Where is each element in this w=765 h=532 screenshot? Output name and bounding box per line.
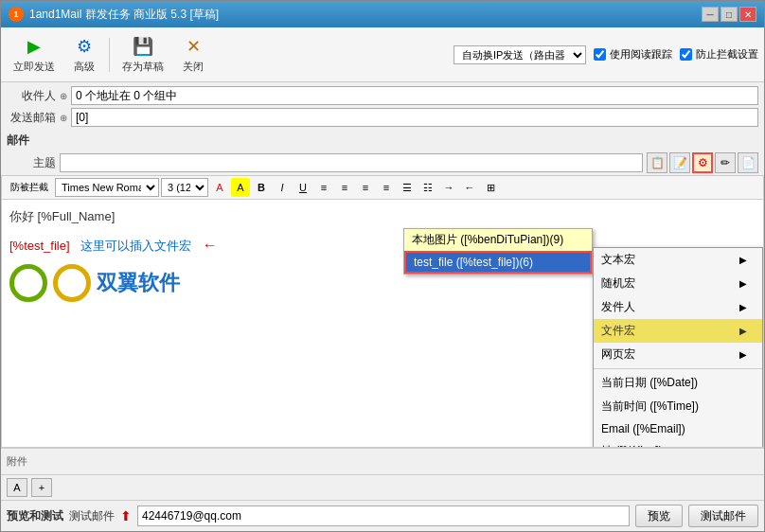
- add-button[interactable]: A: [7, 478, 27, 497]
- align-left-button[interactable]: ≡: [314, 178, 333, 197]
- table-button[interactable]: ⊞: [481, 178, 500, 197]
- title-bar-left: 1 1and1Mail 群发任务 商业版 5.3 [草稿]: [9, 7, 219, 23]
- editor-hello: 你好 [%Full_Name]: [9, 207, 756, 227]
- ctx-item-random-macro[interactable]: 随机宏 ▶: [594, 272, 762, 295]
- subject-icon-btn-2[interactable]: 📝: [669, 152, 690, 173]
- subject-row: 主题 📋 📝 ⚙ ✏ 📄: [7, 152, 758, 173]
- tooltip-item-2-highlighted[interactable]: test_file ([%test_file])(6): [404, 251, 592, 274]
- align-center-button[interactable]: ≡: [335, 178, 354, 197]
- format-toolbar: 防被拦截 Times New Roman 3 (12 A A B I U ≡ ≡…: [1, 175, 764, 199]
- close-button[interactable]: ✕: [739, 7, 756, 22]
- brand-circle-green: [9, 264, 47, 302]
- subject-label: 主题: [7, 155, 56, 171]
- anti-intercept-checkbox[interactable]: [680, 48, 692, 61]
- hello-text: 你好 [%Full_Name]: [9, 209, 115, 223]
- ctx-label-time: 当前时间 ([%Time]): [601, 399, 699, 415]
- align-right-button[interactable]: ≡: [356, 178, 375, 197]
- minimize-button[interactable]: ─: [702, 7, 719, 22]
- form-area: 收件人 ⊕ 发送邮箱 ⊕: [1, 82, 764, 131]
- outdent-button[interactable]: ←: [460, 178, 479, 197]
- font-size-select[interactable]: 3 (12: [161, 178, 208, 197]
- close-draft-button[interactable]: ✕ 关闭: [174, 31, 212, 78]
- email-sort-icon[interactable]: ⬆: [120, 508, 132, 523]
- subject-area: 主题 📋 📝 ⚙ ✏ 📄: [1, 151, 764, 175]
- ctx-item-sender[interactable]: 发件人 ▶: [594, 295, 762, 319]
- sender-row: 发送邮箱 ⊕: [7, 108, 758, 127]
- preview-row: 测试邮件 ⬆ 预览 测试邮件: [69, 505, 758, 527]
- sender-input[interactable]: [71, 108, 758, 127]
- ctx-arrow-random-macro: ▶: [739, 278, 747, 289]
- tooltip-item-1[interactable]: 本地图片 ([%benDiTuPian])(9): [404, 229, 592, 251]
- bold-button[interactable]: B: [252, 178, 271, 197]
- preview-button[interactable]: 预览: [635, 505, 683, 527]
- anti-intercept-checkbox-row: 防止拦截设置: [680, 47, 758, 62]
- ctx-item-file-macro[interactable]: 文件宏 ▶: [594, 319, 762, 343]
- anti-spam-label: 防被拦截: [10, 181, 48, 194]
- subject-icon-btn-4[interactable]: ✏: [715, 152, 736, 173]
- insert-hint: 这里可以插入文件宏: [80, 239, 191, 253]
- ctx-arrow-file-macro: ▶: [739, 326, 747, 336]
- anti-intercept-label: 防止拦截设置: [696, 47, 758, 62]
- test-mail-button[interactable]: 测试邮件: [688, 505, 758, 527]
- recipient-icon: ⊕: [60, 91, 67, 101]
- ctx-arrow-text-macro: ▶: [739, 255, 747, 265]
- read-tracking-checkbox[interactable]: [594, 48, 606, 61]
- test-email-input[interactable]: [137, 505, 630, 526]
- title-bar: 1 1and1Mail 群发任务 商业版 5.3 [草稿] ─ □ ✕: [1, 1, 764, 27]
- ctx-arrow-sender: ▶: [739, 302, 747, 312]
- advanced-icon: ⚙: [73, 35, 96, 58]
- attachment-area: 附件: [1, 448, 764, 474]
- ctx-label-date: 当前日期 ([%Date]): [601, 375, 698, 391]
- underline-button[interactable]: U: [294, 178, 312, 197]
- ctx-item-date[interactable]: 当前日期 ([%Date]): [594, 371, 762, 395]
- advanced-button[interactable]: ⚙ 高级: [65, 31, 103, 78]
- subject-icon-btn-5[interactable]: 📄: [738, 152, 758, 173]
- italic-button[interactable]: I: [273, 178, 292, 197]
- send-button[interactable]: ▶ 立即发送: [7, 31, 62, 78]
- advanced-label: 高级: [74, 60, 95, 74]
- window-title: 1and1Mail 群发任务 商业版 5.3 [草稿]: [29, 7, 219, 23]
- list-ol-button[interactable]: ☷: [418, 178, 437, 197]
- ctx-label-xing: 姓 ([%Xing]): [601, 443, 663, 448]
- ctx-item-email[interactable]: Email ([%Email]): [594, 418, 762, 439]
- font-name-select[interactable]: Times New Roman: [55, 178, 159, 197]
- ctx-item-text-macro[interactable]: 文本宏 ▶: [594, 248, 762, 272]
- ctx-item-time[interactable]: 当前时间 ([%Time]): [594, 395, 762, 418]
- save-icon: 💾: [132, 35, 154, 58]
- subject-icon-btn-3-active[interactable]: ⚙: [692, 152, 713, 173]
- editor-area[interactable]: 你好 [%Full_Name] [%test_file] 这里可以插入文件宏 ←…: [1, 199, 764, 448]
- list-ul-button[interactable]: ☰: [398, 178, 417, 197]
- preview-section-label: 预览和测试: [7, 508, 63, 524]
- ctx-label-email: Email ([%Email]): [601, 422, 685, 435]
- brand-text: 双翼软件: [97, 269, 180, 297]
- brand-circle-yellow: [53, 264, 91, 302]
- bottom-toolbar: A +: [1, 474, 764, 500]
- subject-input[interactable]: [60, 153, 643, 172]
- context-menu: 文本宏 ▶ 随机宏 ▶ 发件人 ▶ 文件宏 ▶ 网页宏 ▶: [593, 247, 763, 448]
- ctx-item-xing[interactable]: 姓 ([%Xing]): [594, 439, 762, 448]
- indent-button[interactable]: →: [439, 178, 458, 197]
- save-label: 存为草稿: [122, 60, 164, 74]
- recipient-input[interactable]: [71, 86, 758, 105]
- anti-spam-button[interactable]: 防被拦截: [6, 178, 53, 197]
- read-tracking-checkbox-row: 使用阅读跟踪: [594, 47, 672, 62]
- plus-button[interactable]: +: [31, 478, 52, 497]
- recipient-row: 收件人 ⊕: [7, 86, 758, 105]
- justify-button[interactable]: ≡: [377, 178, 396, 197]
- ctx-item-web-macro[interactable]: 网页宏 ▶: [594, 343, 762, 366]
- sender-icon: ⊕: [60, 113, 67, 123]
- font-color-button[interactable]: A: [210, 178, 229, 197]
- mail-label: 邮件: [7, 133, 29, 147]
- test-mail-label: 测试邮件: [69, 508, 115, 524]
- preview-bar: 预览和测试 测试邮件 ⬆ 预览 测试邮件: [1, 500, 764, 531]
- ip-send-select[interactable]: 自动换IP发送（路由器）: [454, 45, 586, 64]
- ctx-separator: [594, 368, 762, 369]
- toolbar-right: 自动换IP发送（路由器） 使用阅读跟踪 防止拦截设置: [454, 45, 758, 64]
- main-window: 1 1and1Mail 群发任务 商业版 5.3 [草稿] ─ □ ✕ ▶ 立即…: [0, 0, 765, 532]
- save-draft-button[interactable]: 💾 存为草稿: [116, 31, 170, 78]
- tooltip-item-1-label: 本地图片 ([%benDiTuPian])(9): [412, 233, 563, 246]
- highlight-button[interactable]: A: [231, 178, 250, 197]
- close-label: 关闭: [183, 60, 204, 74]
- maximize-button[interactable]: □: [721, 7, 738, 22]
- subject-icon-btn-1[interactable]: 📋: [647, 152, 667, 173]
